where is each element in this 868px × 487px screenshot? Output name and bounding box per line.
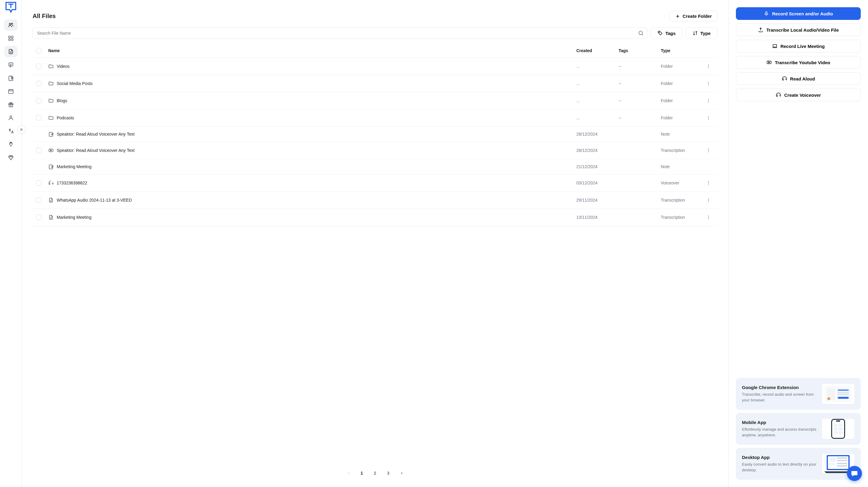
table-row[interactable]: Speaktor: Read Aloud Voiceover Any Text …: [33, 127, 717, 142]
nav-premium[interactable]: [4, 152, 18, 163]
table-row[interactable]: 1733236398822 03/12/2024 Voiceover: [33, 174, 717, 192]
row-checkbox[interactable]: [36, 115, 42, 121]
read-aloud-button[interactable]: Read Aloud: [736, 72, 861, 85]
more-button[interactable]: [705, 179, 712, 187]
folder-icon: [48, 81, 54, 86]
table-row[interactable]: Marketing Meeting 13/11/2024 Transcripti…: [33, 209, 717, 226]
sidebar-expand-button[interactable]: [17, 125, 26, 134]
video-icon: [48, 148, 54, 153]
file-name: Blogs: [57, 98, 67, 103]
create-folder-button[interactable]: Create Folder: [670, 11, 717, 22]
column-created[interactable]: Created: [576, 48, 619, 53]
nav-files[interactable]: [4, 46, 18, 57]
svg-point-0: [9, 23, 11, 25]
transcribe-youtube-button[interactable]: Transcribe Youtube Video: [736, 56, 861, 69]
table-row[interactable]: Blogs ... -- Folder: [33, 92, 717, 109]
svg-line-19: [642, 34, 643, 36]
tags-filter-label: Tags: [665, 31, 676, 36]
record-meeting-button[interactable]: Record Live Meeting: [736, 40, 861, 53]
table-row[interactable]: Podcasts ... -- Folder: [33, 109, 717, 127]
file-table: Name Created Tags Type Videos ... -- Fol…: [33, 44, 717, 460]
transcribe-local-button[interactable]: Transcribe Local Audio/Video File: [736, 24, 861, 36]
table-row[interactable]: Marketing Meeting 21/12/2024 Note: [33, 159, 717, 174]
svg-point-37: [708, 181, 709, 182]
column-tags[interactable]: Tags: [619, 48, 661, 53]
more-button[interactable]: [705, 214, 712, 221]
more-button[interactable]: [705, 114, 712, 122]
table-row[interactable]: WhatsApp Audio 2024-11-13 at 3-VEED 29/1…: [33, 192, 717, 209]
row-checkbox[interactable]: [36, 81, 42, 86]
row-checkbox[interactable]: [36, 64, 42, 69]
more-button[interactable]: [705, 196, 712, 204]
more-button[interactable]: [705, 63, 712, 70]
promo-card[interactable]: Mobile App Effortlessly manage and acces…: [736, 413, 861, 445]
table-row[interactable]: Social Media Posts ... -- Folder: [33, 75, 717, 92]
promo-desc: Easily convert audio to text directly on…: [742, 462, 817, 473]
svg-rect-75: [829, 463, 832, 465]
nav-translate[interactable]: [4, 125, 18, 137]
row-checkbox[interactable]: [36, 148, 42, 153]
svg-point-38: [708, 183, 709, 183]
svg-rect-3: [11, 36, 13, 38]
create-voiceover-label: Create Voiceover: [784, 93, 820, 98]
row-checkbox[interactable]: [36, 98, 42, 103]
column-type[interactable]: Type: [661, 48, 703, 53]
row-checkbox[interactable]: [36, 197, 42, 203]
app-logo[interactable]: [4, 1, 18, 14]
file-type: Folder: [661, 116, 703, 120]
transcribe-local-label: Transcribe Local Audio/Video File: [766, 27, 839, 33]
voice-icon: [48, 180, 54, 186]
nav-users[interactable]: [4, 19, 18, 31]
column-name[interactable]: Name: [48, 48, 576, 53]
more-button[interactable]: [705, 80, 712, 87]
nav-integrations[interactable]: [4, 139, 18, 150]
page-prev[interactable]: [343, 468, 354, 479]
doc-icon: [48, 215, 54, 220]
promo-card[interactable]: Google Chrome Extension Transcribe, reco…: [736, 378, 861, 410]
svg-rect-57: [838, 390, 849, 391]
record-meeting-label: Record Live Meeting: [780, 44, 825, 49]
svg-rect-63: [836, 420, 840, 422]
page-2[interactable]: 2: [370, 468, 381, 479]
plus-icon: [675, 14, 680, 19]
file-name: Marketing Meeting: [57, 164, 91, 169]
nav-notes[interactable]: [4, 72, 18, 84]
svg-point-20: [659, 32, 660, 33]
create-voiceover-button[interactable]: Create Voiceover: [736, 89, 861, 101]
svg-point-48: [708, 217, 709, 218]
search-input[interactable]: [33, 27, 648, 39]
nav-dashboard[interactable]: [4, 33, 18, 44]
file-name: Marketing Meeting: [57, 215, 91, 220]
tags-filter-button[interactable]: Tags: [651, 27, 683, 39]
more-button[interactable]: [705, 97, 712, 104]
nav-gift[interactable]: [4, 99, 18, 110]
table-row[interactable]: Videos ... -- Folder: [33, 58, 717, 75]
table-row[interactable]: Speaktor: Read Aloud Voiceover Any Text …: [33, 142, 717, 159]
page-next[interactable]: [396, 468, 407, 479]
select-all-checkbox[interactable]: [36, 48, 42, 53]
chat-widget[interactable]: [847, 466, 862, 481]
page-3[interactable]: 3: [383, 468, 394, 479]
row-checkbox[interactable]: [36, 215, 42, 220]
svg-point-39: [708, 184, 709, 185]
promo-card[interactable]: Desktop App Easily convert audio to text…: [736, 448, 861, 480]
file-created: ...: [576, 64, 619, 69]
nav-calendar[interactable]: [4, 86, 18, 97]
svg-rect-74: [837, 460, 847, 461]
folder-icon: [48, 98, 54, 103]
page-1[interactable]: 1: [356, 468, 367, 479]
more-button[interactable]: [705, 147, 712, 154]
row-checkbox[interactable]: [36, 180, 42, 186]
record-screen-button[interactable]: Record Screen and/or Audio: [736, 7, 861, 20]
file-name: 1733236398822: [57, 181, 87, 185]
nav-profile[interactable]: [4, 112, 18, 124]
speaker-icon: [782, 76, 787, 82]
svg-rect-73: [837, 457, 847, 459]
type-filter-button[interactable]: Type: [685, 27, 717, 39]
svg-rect-67: [838, 427, 843, 430]
record-screen-label: Record Screen and/or Audio: [772, 11, 833, 16]
svg-point-34: [708, 149, 709, 149]
nav-chat[interactable]: [4, 59, 18, 70]
svg-rect-8: [8, 90, 13, 93]
file-created: 28/12/2024: [576, 132, 619, 136]
